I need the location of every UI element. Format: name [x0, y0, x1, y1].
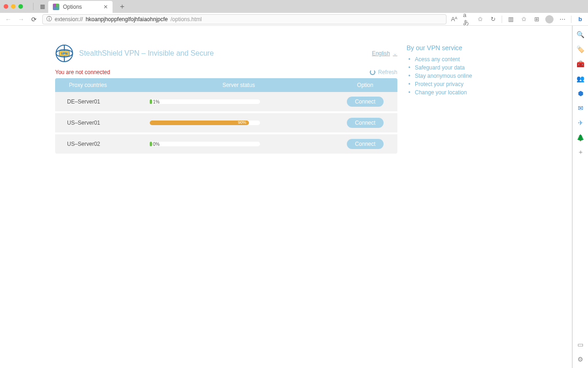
benefit-item: Protect your privacy: [408, 80, 508, 88]
browser-toolbar: ← → ⟳ ⓘ extension://hkoanpjhoppfenglfojh…: [0, 13, 588, 26]
url-scheme: extension://: [55, 16, 83, 23]
col-header-option: Option: [333, 78, 397, 92]
server-row: US–Server0190%Connect: [55, 112, 397, 133]
server-name: US–Server02: [55, 133, 144, 154]
send-icon[interactable]: ✈: [577, 119, 585, 127]
chevron-down-icon: ⌄: [393, 50, 397, 57]
browser-sidebar: 🔍🏷️🧰👥⬢✉✈🌲＋ ▭⚙: [572, 26, 588, 368]
more-menu-icon[interactable]: ⋯: [558, 15, 566, 23]
server-option-cell: Connect: [333, 92, 397, 112]
connect-button[interactable]: Connect: [347, 139, 384, 149]
svg-text:VPN: VPN: [61, 52, 68, 55]
back-button[interactable]: ←: [4, 15, 13, 24]
server-load-bar: 0%: [150, 142, 260, 146]
profile-avatar[interactable]: [545, 15, 554, 23]
server-option-cell: Connect: [333, 133, 397, 154]
tab-close-icon[interactable]: ✕: [103, 4, 108, 10]
benefits-title: By our VPN service: [407, 44, 508, 52]
search-icon[interactable]: 🔍: [577, 30, 585, 39]
benefit-item: Change your location: [408, 88, 508, 97]
site-info-icon[interactable]: ⓘ: [46, 15, 52, 23]
people-icon[interactable]: 👥: [577, 75, 585, 83]
server-status-cell: 1%: [144, 92, 333, 112]
server-name: US–Server01: [55, 112, 144, 133]
server-name: DE–Server01: [55, 92, 144, 112]
server-option-cell: Connect: [333, 112, 397, 133]
tree-icon[interactable]: 🌲: [577, 133, 585, 142]
url-host: hkoanpjhoppfenglfojhfaiaohnjpcfe: [85, 16, 168, 23]
settings-icon[interactable]: ⚙: [577, 355, 585, 363]
panel-icon[interactable]: ▭: [577, 340, 585, 349]
url-path: /options.html: [170, 16, 202, 23]
favorites-icon[interactable]: ✩: [476, 15, 484, 23]
connect-button[interactable]: Connect: [347, 97, 384, 107]
traffic-lights: [4, 4, 23, 9]
tab-title: Options: [63, 4, 82, 10]
collections-icon[interactable]: ⊞: [532, 15, 541, 23]
translate-icon[interactable]: aあ: [463, 15, 471, 23]
address-bar[interactable]: ⓘ extension://hkoanpjhoppfenglfojhfaiaoh…: [42, 14, 447, 24]
benefits-sidebar: By our VPN service Acess any contentSafe…: [407, 44, 508, 97]
server-load-label: 90%: [238, 120, 246, 125]
server-load-bar: 1%: [150, 99, 260, 104]
minimize-window[interactable]: [11, 4, 16, 9]
shopping-icon[interactable]: 🧰: [577, 60, 585, 68]
sync-icon[interactable]: ↻: [489, 15, 497, 23]
benefit-item: Stay anonymous online: [408, 72, 508, 80]
refresh-label: Refresh: [378, 69, 397, 75]
server-load-bar: 90%: [150, 121, 260, 125]
tag-icon[interactable]: 🏷️: [577, 45, 585, 53]
language-label: English: [372, 50, 390, 57]
bing-sidebar-icon[interactable]: b: [576, 15, 584, 23]
outlook-icon[interactable]: ✉: [577, 104, 585, 112]
window-titlebar: ▦ Options ✕ ＋: [0, 0, 588, 13]
language-selector[interactable]: English ⌄: [372, 50, 397, 57]
new-tab-button[interactable]: ＋: [117, 1, 127, 12]
app-title: StealthShield VPN – Invisible and Secure: [79, 49, 214, 58]
read-aloud-icon[interactable]: Aᴬ: [450, 15, 458, 23]
maximize-window[interactable]: [18, 4, 23, 9]
benefit-item: Acess any content: [408, 55, 508, 63]
divider: [502, 16, 502, 23]
connect-button[interactable]: Connect: [347, 118, 384, 128]
server-status-cell: 0%: [144, 133, 333, 154]
server-load-label: 0%: [153, 142, 159, 147]
favorites-bar-icon[interactable]: ✩: [520, 15, 528, 23]
toolbar-icons: Aᴬ aあ ✩ ↻ ▥ ✩ ⊞ ⋯ b: [450, 15, 584, 23]
refresh-button[interactable]: Refresh: [370, 69, 397, 75]
split-screen-icon[interactable]: ▥: [507, 15, 515, 23]
server-load-label: 1%: [153, 99, 159, 104]
close-window[interactable]: [4, 4, 8, 9]
col-header-country: Proxy countries: [55, 78, 144, 92]
benefit-item: Safeguard your data: [408, 63, 508, 72]
server-table: Proxy countries Server status Option DE–…: [55, 78, 397, 154]
divider: [571, 16, 571, 23]
connection-status: You are not connected: [55, 69, 110, 75]
refresh-spinner-icon: [370, 69, 375, 75]
col-header-status: Server status: [144, 78, 333, 92]
divider: [33, 3, 34, 10]
browser-tab[interactable]: Options ✕: [48, 1, 113, 13]
forward-button: →: [17, 15, 26, 24]
reload-button[interactable]: ⟳: [29, 15, 39, 24]
server-status-cell: 90%: [144, 112, 333, 133]
server-row: DE–Server011%Connect: [55, 92, 397, 112]
page-viewport: VPN StealthShield VPN – Invisible and Se…: [0, 26, 572, 368]
vpn-logo-icon: VPN: [55, 44, 74, 63]
tab-overview-icon[interactable]: ▦: [39, 3, 45, 10]
server-row: US–Server020%Connect: [55, 133, 397, 154]
tab-favicon: [53, 4, 59, 10]
office-icon[interactable]: ⬢: [577, 89, 585, 98]
add-icon[interactable]: ＋: [577, 148, 585, 156]
